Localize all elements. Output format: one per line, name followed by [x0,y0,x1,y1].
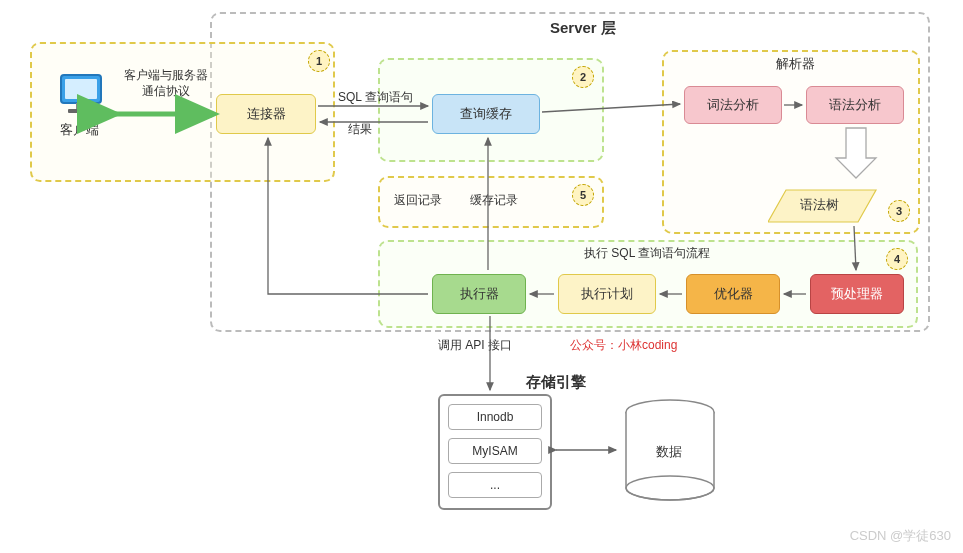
badge-3: 3 [888,200,910,222]
engine-myisam: MyISAM [448,438,542,464]
exec-flow-title: 执行 SQL 查询语句流程 [584,246,710,262]
api-call-label: 调用 API 接口 [438,338,512,354]
exec-plan-box: 执行计划 [558,274,656,314]
svg-rect-1 [65,79,97,99]
client-label: 客户端 [60,122,99,139]
return-record-label: 返回记录 [394,193,442,209]
query-cache-box: 查询缓存 [432,94,540,134]
result-label: 结果 [348,122,372,138]
engine-more: ... [448,472,542,498]
svg-rect-3 [68,109,94,113]
monitor-icon [56,72,106,116]
credit-label: 公众号：小林coding [570,338,677,354]
preprocessor-box: 预处理器 [810,274,904,314]
svg-rect-2 [76,103,86,109]
data-label: 数据 [656,444,682,461]
server-layer-title: Server 层 [550,18,616,38]
sql-query-label: SQL 查询语句 [338,90,413,106]
badge-1: 1 [308,50,330,72]
engine-title: 存储引擎 [526,372,586,392]
diagram-canvas: Server 层 1 客户端 客户端与服务器 通信协议 连接器 2 查询缓存 解… [0,0,963,553]
executor-box: 执行器 [432,274,526,314]
engine-innodb: Innodb [448,404,542,430]
syntax-tree-label: 语法树 [800,197,839,214]
syntax-box: 语法分析 [806,86,904,124]
badge-5: 5 [572,184,594,206]
protocol-label: 客户端与服务器 通信协议 [116,68,216,99]
watermark: CSDN @学徒630 [850,527,951,545]
lexical-box: 词法分析 [684,86,782,124]
connector-box: 连接器 [216,94,316,134]
badge-2: 2 [572,66,594,88]
badge-4: 4 [886,248,908,270]
parser-title: 解析器 [776,56,815,73]
optimizer-box: 优化器 [686,274,780,314]
cache-record-label: 缓存记录 [470,193,518,209]
